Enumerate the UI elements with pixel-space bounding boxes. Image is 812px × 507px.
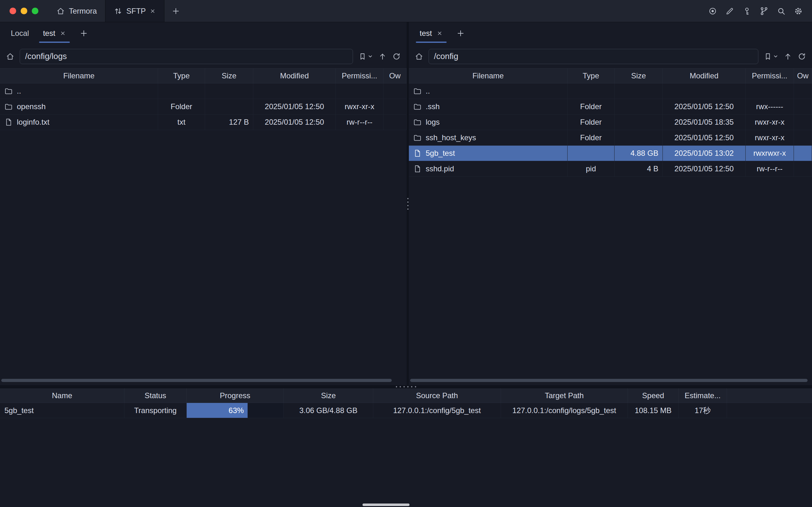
left-pane-tabs: Local test: [0, 22, 407, 44]
right-path-input[interactable]: [429, 49, 758, 64]
pane-splitter[interactable]: [407, 22, 409, 385]
close-icon[interactable]: [436, 30, 443, 37]
column-header-name[interactable]: Name: [0, 388, 124, 403]
search-icon[interactable]: [776, 6, 786, 16]
minimize-window-button[interactable]: [21, 8, 27, 14]
file-row-selected[interactable]: 5gb_test 4.88 GB 2025/01/05 13:02 rwxrwx…: [409, 146, 812, 161]
home-icon[interactable]: [415, 52, 424, 61]
file-row[interactable]: openssh Folder 2025/01/05 12:50 rwxr-xr-…: [0, 99, 407, 115]
edit-icon[interactable]: [725, 6, 735, 16]
left-tab-test[interactable]: test: [36, 22, 73, 44]
chevron-down-icon: [368, 54, 373, 59]
file-type: Folder: [158, 99, 205, 114]
bookmark-button[interactable]: [358, 52, 373, 61]
tab-termora-label: Termora: [69, 7, 97, 15]
transfer-table-header: Name Status Progress Size Source Path Ta…: [0, 388, 812, 403]
right-new-tab-button[interactable]: [450, 29, 471, 38]
key-icon[interactable]: [742, 6, 752, 16]
progress-percent-label: 63%: [228, 406, 244, 415]
file-size: [614, 130, 663, 145]
record-icon[interactable]: [708, 6, 717, 16]
transfer-panel: Name Status Progress Size Source Path Ta…: [0, 388, 812, 507]
parent-directory-button[interactable]: [378, 52, 387, 61]
file-modified: [253, 83, 336, 99]
file-type: [567, 146, 614, 161]
column-header-permissions[interactable]: Permissi...: [336, 68, 383, 83]
column-header-progress[interactable]: Progress: [187, 388, 284, 403]
refresh-button[interactable]: [797, 52, 806, 61]
home-icon[interactable]: [6, 52, 15, 61]
file-row[interactable]: logs Folder 2025/01/05 18:35 rwxr-xr-x: [409, 115, 812, 130]
column-header-speed[interactable]: Speed: [628, 388, 679, 403]
file-permissions: rwx------: [746, 99, 794, 114]
column-header-modified[interactable]: Modified: [663, 68, 746, 83]
file-icon: [413, 164, 422, 173]
tab-termora[interactable]: Termora: [48, 0, 105, 22]
column-header-owner[interactable]: Ow: [383, 68, 407, 83]
left-new-tab-button[interactable]: [73, 29, 95, 38]
scrollbar-thumb[interactable]: [1, 379, 392, 382]
transfer-panel-splitter[interactable]: [0, 385, 812, 388]
right-horizontal-scrollbar: [409, 379, 812, 382]
column-header-status[interactable]: Status: [124, 388, 187, 403]
column-header-size[interactable]: Size: [614, 68, 663, 83]
tab-sftp[interactable]: SFTP: [105, 0, 164, 22]
scrollbar-thumb[interactable]: [410, 379, 808, 382]
column-header-source-path[interactable]: Source Path: [373, 388, 501, 403]
folder-icon: [413, 87, 422, 96]
file-owner: [794, 146, 812, 161]
column-header-size[interactable]: Size: [205, 68, 253, 83]
file-row[interactable]: ..: [409, 83, 812, 99]
column-header-modified[interactable]: Modified: [253, 68, 336, 83]
column-header-filename[interactable]: Filename: [0, 68, 158, 83]
parent-directory-button[interactable]: [783, 52, 792, 61]
file-size: [614, 83, 663, 99]
file-size: [614, 115, 663, 130]
right-pane-tabs: test: [409, 22, 812, 44]
column-header-target-path[interactable]: Target Path: [501, 388, 628, 403]
close-icon[interactable]: [150, 8, 156, 14]
left-path-input[interactable]: [20, 49, 353, 64]
folder-icon: [4, 87, 13, 96]
transfer-row[interactable]: 5gb_test Transporting 63% 3.06 GB/4.88 G…: [0, 403, 812, 418]
home-icon: [56, 7, 65, 15]
branch-icon[interactable]: [759, 6, 769, 16]
file-permissions: rwxr-xr-x: [746, 130, 794, 145]
close-window-button[interactable]: [9, 8, 16, 14]
column-header-type[interactable]: Type: [158, 68, 205, 83]
column-header-type[interactable]: Type: [567, 68, 614, 83]
column-header-size[interactable]: Size: [284, 388, 373, 403]
file-size: 4.88 GB: [614, 146, 663, 161]
file-owner: [794, 161, 812, 176]
plus-icon: [79, 29, 88, 38]
zoom-window-button[interactable]: [32, 8, 39, 14]
chevron-down-icon: [773, 54, 778, 59]
file-row[interactable]: loginfo.txt txt 127 B 2025/01/05 12:50 r…: [0, 115, 407, 130]
close-icon[interactable]: [60, 30, 66, 37]
left-horizontal-scrollbar: [0, 379, 407, 382]
file-modified: 2025/01/05 13:02: [663, 146, 746, 161]
file-row[interactable]: sshd.pid pid 4 B 2025/01/05 12:50 rw-r--…: [409, 161, 812, 177]
settings-gear-icon[interactable]: [794, 6, 803, 16]
column-header-permissions[interactable]: Permissi...: [746, 68, 794, 83]
file-row[interactable]: ssh_host_keys Folder 2025/01/05 12:50 rw…: [409, 130, 812, 146]
left-tab-local[interactable]: Local: [4, 22, 36, 44]
new-tab-button[interactable]: [164, 0, 187, 22]
file-modified: 2025/01/05 12:50: [253, 99, 336, 114]
right-tab-test[interactable]: test: [413, 22, 450, 44]
file-modified: 2025/01/05 12:50: [663, 161, 746, 176]
file-permissions: rwxr-xr-x: [336, 99, 383, 114]
refresh-button[interactable]: [392, 52, 401, 61]
column-header-filename[interactable]: Filename: [409, 68, 567, 83]
file-type: [158, 83, 205, 99]
column-header-estimate[interactable]: Estimate...: [679, 388, 727, 403]
file-owner: [383, 83, 407, 99]
file-row[interactable]: .ssh Folder 2025/01/05 12:50 rwx------: [409, 99, 812, 115]
file-type: Folder: [567, 99, 614, 114]
column-header-owner[interactable]: Ow: [794, 68, 812, 83]
file-row[interactable]: ..: [0, 83, 407, 99]
bookmark-button[interactable]: [763, 52, 778, 61]
file-size: 127 B: [205, 115, 253, 130]
transfer-horizontal-scrollbar-thumb[interactable]: [363, 504, 410, 506]
folder-icon: [413, 102, 422, 111]
